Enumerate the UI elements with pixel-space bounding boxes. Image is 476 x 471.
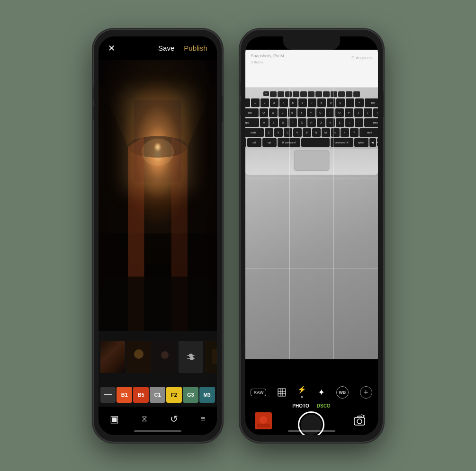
sun-icon: ✦: [318, 387, 325, 398]
key-f9: [331, 91, 337, 97]
key-semicolon: ;: [345, 118, 354, 127]
key-7: 7: [308, 98, 316, 107]
key-k: K: [326, 118, 335, 127]
tunnel-photo: [99, 60, 217, 331]
key-y: Y: [307, 108, 315, 117]
filmstrip: [99, 331, 217, 383]
key-f7: [315, 91, 322, 97]
key-h: H: [307, 118, 316, 127]
volume-down-button[interactable]: [92, 106, 94, 120]
right-phone: Snapshots, Pix M... 3 Items Categories e…: [241, 30, 383, 442]
film-thumb-0[interactable]: [100, 341, 125, 373]
laptop-base: [245, 149, 378, 175]
bottom-row: fn ctrl opt ⌘ command command ⌘ option ◀…: [246, 138, 377, 147]
film-thumb-1[interactable]: [126, 341, 151, 373]
key-backslash: \: [373, 108, 378, 117]
raw-button[interactable]: RAW: [251, 389, 266, 396]
key-9: 9: [327, 98, 335, 107]
adjust-icon[interactable]: ⧖: [142, 414, 147, 424]
filter-b5[interactable]: B5: [133, 387, 149, 403]
plus-control[interactable]: +: [360, 386, 372, 399]
right-volume-down[interactable]: [239, 101, 241, 115]
key-t: T: [297, 108, 306, 117]
flip-camera-button[interactable]: [351, 412, 368, 429]
home-indicator: [134, 430, 181, 432]
exposure-control[interactable]: ✦: [318, 387, 325, 398]
key-a: A: [260, 118, 269, 127]
right-phone-screen: Snapshots, Pix M... 3 Items Categories e…: [245, 36, 378, 435]
key-s: S: [269, 118, 278, 127]
key-tab: tab: [245, 108, 259, 117]
key-return: return: [364, 118, 378, 127]
key-j: J: [317, 118, 325, 127]
filter-g3[interactable]: G3: [183, 387, 198, 403]
wb-control[interactable]: WB: [336, 386, 349, 399]
key-d: D: [279, 118, 287, 127]
svg-rect-15: [212, 349, 217, 364]
film-thumb-2[interactable]: [153, 341, 177, 373]
filter-m3[interactable]: M3: [199, 387, 215, 403]
header-actions: Save Publish: [158, 44, 207, 52]
number-row: ` 1 2 3 4 5 6 7 8 9 0 - = del: [246, 98, 377, 107]
key-minus: -: [346, 98, 354, 107]
key-m: M: [322, 128, 330, 137]
menu-icon[interactable]: ≡: [201, 415, 205, 423]
key-q: Q: [260, 108, 268, 117]
right-top-line2: 3 Items: [251, 60, 288, 64]
key-caps: caps: [245, 118, 259, 127]
camera-controls: RAW ⚡ × ✦ WB +: [245, 378, 378, 407]
right-top-line1: Snapshots, Pix M...: [251, 53, 288, 58]
right-power-button[interactable]: [383, 91, 385, 117]
svg-point-29: [357, 419, 362, 424]
key-shift-r: shift: [359, 128, 378, 137]
key-r: R: [288, 108, 296, 117]
filter-none[interactable]: —: [100, 387, 116, 403]
volume-up-button[interactable]: [92, 87, 94, 101]
key-f11: [346, 91, 352, 97]
key-f1: [270, 91, 277, 97]
key-6: 6: [298, 98, 307, 107]
power-button[interactable]: [222, 96, 224, 122]
film-thumb-slider[interactable]: [179, 341, 203, 373]
key-2: 2: [260, 98, 269, 107]
plus-button[interactable]: +: [360, 386, 372, 399]
main-photo-area: [99, 60, 217, 331]
key-option-r: option: [354, 138, 368, 147]
key-left: ◀: [369, 138, 376, 147]
revert-icon[interactable]: ↺: [170, 413, 178, 425]
wb-button[interactable]: WB: [336, 386, 349, 399]
crop-icon[interactable]: ▣: [110, 413, 119, 425]
key-cmd-r: command ⌘: [331, 138, 353, 147]
filter-b1[interactable]: B1: [117, 387, 132, 403]
raw-control[interactable]: RAW: [251, 389, 266, 396]
key-cmd-l: ⌘ command: [278, 138, 300, 147]
key-z: Z: [265, 128, 273, 137]
key-equals: =: [355, 98, 364, 107]
key-o: O: [335, 108, 344, 117]
keyboard-container: esc ` 1 2: [245, 88, 378, 359]
filter-f2[interactable]: F2: [166, 387, 182, 403]
key-0: 0: [336, 98, 345, 107]
close-button[interactable]: ✕: [108, 43, 115, 53]
flash-control[interactable]: ⚡ ×: [297, 385, 306, 400]
fn-row: esc: [246, 91, 377, 97]
photo-mode-label[interactable]: PHOTO: [292, 403, 309, 409]
key-v: V: [293, 128, 302, 137]
key-slash: ?: [350, 128, 359, 137]
key-e: E: [278, 108, 287, 117]
key-quote: ': [355, 118, 363, 127]
save-button[interactable]: Save: [158, 44, 174, 52]
key-comma: <: [331, 128, 340, 137]
key-space: [301, 138, 330, 147]
key-option: opt: [262, 138, 277, 147]
key-ctrl: ctrl: [247, 138, 261, 147]
right-top-area: Snapshots, Pix M... 3 Items Categories: [245, 50, 378, 88]
film-thumb-4[interactable]: [205, 341, 217, 373]
key-3: 3: [270, 98, 278, 107]
grid-control[interactable]: [278, 388, 286, 397]
gallery-thumbnail[interactable]: [255, 412, 272, 429]
filter-c1[interactable]: C1: [150, 387, 165, 403]
right-volume-up[interactable]: [239, 82, 241, 96]
dsco-mode-label[interactable]: DSCO: [317, 403, 331, 409]
publish-button[interactable]: Publish: [184, 44, 207, 52]
